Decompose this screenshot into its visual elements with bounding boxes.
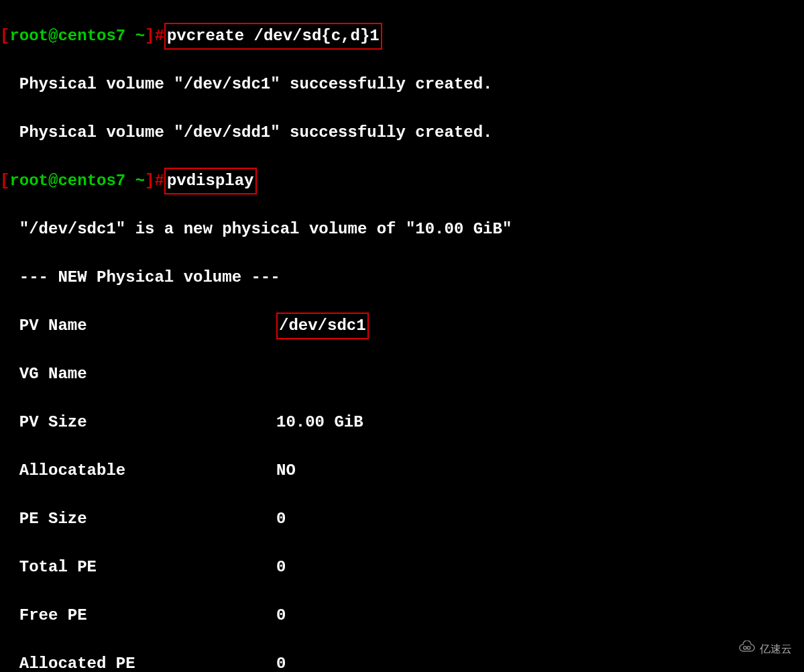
output-line: Physical volume "/dev/sdc1" successfully… (0, 72, 804, 97)
prompt-bracket-open: [ (0, 27, 9, 45)
pv1-header: "/dev/sdc1" is a new physical volume of … (0, 217, 804, 241)
pe-size-label: PE Size (0, 507, 247, 531)
watermark-text: 亿速云 (760, 637, 792, 661)
svg-point-1 (747, 647, 750, 649)
alloc-pe-value: 0 (276, 655, 286, 672)
cmd-pvcreate: pvcreate /dev/sd{c,d}1 (164, 23, 382, 50)
cmd-pvdisplay: pvdisplay (164, 168, 257, 194)
free-pe-value: 0 (276, 606, 286, 624)
pv1-row-free-pe: Free PE0 (0, 604, 804, 628)
pv1-row-vg: VG Name (0, 362, 804, 386)
prompt-hash: # (154, 172, 164, 190)
pv1-sep: --- NEW Physical volume --- (0, 266, 804, 290)
pv1-row-alloc-pe: Allocated PE0 (0, 652, 804, 672)
pv-name-label: PV Name (0, 314, 247, 338)
alloc-pe-label: Allocated PE (0, 652, 247, 672)
prompt-host: centos7 (58, 172, 125, 190)
prompt-user: root (9, 172, 48, 190)
pv1-row-size: PV Size10.00 GiB (0, 410, 804, 435)
allocatable-value: NO (276, 461, 296, 480)
pv1-row-total-pe: Total PE0 (0, 555, 804, 579)
pv1-row-alloc: AllocatableNO (0, 459, 804, 483)
cloud-icon (738, 637, 756, 661)
pv1-row-pe-size: PE Size0 (0, 507, 804, 531)
total-pe-label: Total PE (0, 555, 247, 579)
pv-size-label: PV Size (0, 410, 247, 435)
prompt-bracket-close: ] (145, 172, 154, 190)
prompt-bracket-close: ] (145, 27, 154, 45)
prompt-line-1[interactable]: [root@centos7 ~]#pvcreate /dev/sd{c,d}1 (0, 24, 804, 48)
pe-size-value: 0 (276, 510, 286, 528)
prompt-path: ~ (135, 27, 145, 45)
free-pe-label: Free PE (0, 604, 247, 628)
prompt-at: @ (48, 27, 58, 45)
prompt-host: centos7 (58, 27, 125, 45)
allocatable-label: Allocatable (0, 459, 247, 483)
total-pe-value: 0 (276, 558, 286, 576)
prompt-hash: # (154, 27, 164, 45)
prompt-at: @ (48, 172, 58, 190)
terminal-output: [root@centos7 ~]#pvcreate /dev/sd{c,d}1 … (0, 0, 804, 672)
pv-name-value: /dev/sdc1 (276, 313, 369, 339)
svg-point-0 (744, 647, 746, 649)
watermark: 亿速云 (738, 637, 792, 661)
output-line: Physical volume "/dev/sdd1" successfully… (0, 121, 804, 145)
prompt-line-2[interactable]: [root@centos7 ~]#pvdisplay (0, 169, 804, 193)
vg-name-label: VG Name (0, 362, 247, 386)
prompt-user: root (9, 27, 48, 45)
prompt-path: ~ (135, 172, 145, 190)
pv1-row-name: PV Name/dev/sdc1 (0, 314, 804, 338)
prompt-bracket-open: [ (0, 172, 9, 190)
pv-size-value: 10.00 GiB (276, 413, 363, 431)
